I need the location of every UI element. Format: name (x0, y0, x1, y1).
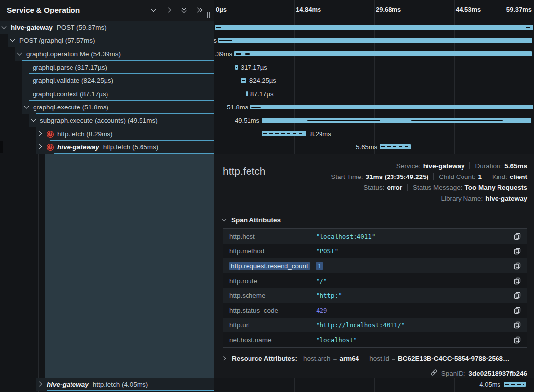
attribute-value: "POST" (316, 248, 506, 255)
span-bar[interactable] (262, 131, 306, 136)
span-bar[interactable] (218, 38, 532, 43)
link-icon[interactable] (430, 369, 438, 378)
span-attributes-header[interactable]: Span Attributes (223, 216, 527, 224)
meta-value: 5.65ms (504, 162, 527, 170)
expand-one-icon[interactable] (165, 6, 173, 14)
span-bar[interactable] (235, 65, 238, 70)
axis-tick: 44.53ms (456, 6, 481, 13)
copy-icon[interactable] (506, 248, 527, 255)
tree-row[interactable]: graphql.operation Me (54.39ms) (15, 47, 214, 61)
chevron-down-icon (223, 218, 227, 222)
left-edge-notch (0, 141, 3, 153)
tree-row-service: hive-gateway (11, 24, 53, 31)
chevron-right-icon[interactable] (38, 132, 43, 136)
collapse-one-icon[interactable] (150, 6, 158, 14)
chevron-down-icon[interactable] (11, 38, 15, 43)
attribute-row: http.url "http://localhost:4011/" (223, 318, 527, 332)
attribute-value: 1 (316, 262, 506, 270)
tree-row[interactable]: subgraph.execute (accounts) (49.51ms) (29, 114, 214, 127)
attribute-key: http.method (223, 248, 316, 255)
attribute-row: http.request.resend_count 1 (223, 258, 527, 273)
meta-label: Duration: (475, 162, 502, 170)
tree-row[interactable]: hive-gateway POST (59.37ms) (0, 21, 214, 34)
span-bar[interactable] (241, 78, 246, 83)
tree-row-label: http.fetch (8.29ms) (57, 130, 113, 138)
chevron-down-icon[interactable] (2, 25, 7, 30)
tree-row-label: graphql.operation Me (54.39ms) (26, 50, 121, 58)
copy-icon[interactable] (506, 321, 527, 329)
bar-duration: 87.17µs (250, 87, 274, 101)
copy-icon[interactable] (506, 233, 527, 240)
tree-header: Service & Operation (0, 0, 214, 21)
bar-mark (236, 67, 237, 68)
tree-row[interactable]: POST /graphql (57.57ms) (8, 34, 214, 47)
span-bar[interactable] (215, 25, 533, 30)
chevron-down-icon[interactable] (32, 118, 36, 123)
resource-attributes-header[interactable]: Resource Attributes: host.arch = arm64 h… (223, 355, 527, 362)
attribute-row: http.scheme "http:" (223, 288, 527, 303)
attribute-row: http.status_code 429 (223, 303, 527, 318)
chevron-down-icon[interactable] (25, 105, 29, 109)
copy-icon[interactable] (506, 336, 527, 344)
chevron-right-icon[interactable] (38, 145, 43, 149)
copy-icon[interactable] (506, 262, 527, 270)
attribute-key: net.host.name (223, 336, 316, 344)
meta-divider (469, 162, 470, 169)
tree-row-label: graphql.validate (824.25µs) (33, 77, 113, 84)
bar-duration: 5.65ms (348, 141, 377, 154)
tree-row[interactable]: graphql.execute (51.8ms) (22, 101, 214, 114)
meta-value: 1 (478, 173, 482, 180)
tree-row[interactable]: graphql.context (87.17µs) (22, 87, 214, 101)
bar-mark (216, 27, 221, 28)
tree-row[interactable]: hive-gateway http.fetch (5.65ms) (36, 141, 214, 154)
attribute-value: 429 (316, 307, 506, 314)
tree-row[interactable]: hive-gateway http.fetch (4.05ms) (36, 378, 214, 391)
resource-attributes-title: Resource Attributes: (232, 355, 297, 362)
bar-duration: 57.57ms (214, 34, 217, 47)
span-bar[interactable] (504, 382, 526, 387)
span-bar[interactable] (380, 144, 411, 149)
copy-icon[interactable] (506, 277, 527, 285)
meta-value: hive-gateway (485, 195, 527, 202)
attribute-key: http.host (223, 233, 316, 240)
tree-row[interactable]: http.fetch (8.29ms) (36, 127, 214, 141)
tree-row-label: graphql.parse (317.17µs) (33, 64, 107, 71)
tree-row-label: http.fetch (4.05ms) (93, 381, 148, 388)
span-id-label: SpanID: (441, 370, 465, 377)
span-bar[interactable] (246, 91, 248, 96)
tree-row[interactable]: graphql.validate (824.25µs) (22, 74, 214, 87)
attribute-value: "localhost" (316, 336, 506, 344)
chevron-down-icon[interactable] (18, 52, 22, 56)
panel-title: Service & Operation (7, 0, 80, 21)
span-title: http.fetch (223, 160, 265, 204)
span-bar[interactable] (250, 105, 533, 109)
span-bar[interactable] (234, 51, 532, 56)
meta-value: client (510, 173, 527, 180)
bar-mark (219, 40, 232, 41)
expand-all-icon[interactable] (196, 6, 204, 14)
copy-icon[interactable] (506, 292, 527, 299)
resource-key: host.arch (303, 355, 331, 362)
span-id-row: SpanID: 3de02518937fb246 (223, 369, 527, 378)
attribute-key: http.url (223, 321, 316, 329)
meta-label: Library Name: (441, 195, 483, 202)
collapse-all-icon[interactable] (180, 6, 188, 14)
meta-divider (407, 184, 408, 191)
axis-tick: 0µs (216, 6, 227, 13)
tree-row[interactable]: graphql.parse (317.17µs) (22, 61, 214, 74)
panel-resize-handle[interactable] (207, 12, 210, 18)
meta-label: Start Time: (331, 173, 363, 180)
meta-value: hive-gateway (423, 162, 465, 170)
attribute-key: http.scheme (223, 292, 316, 299)
tree-row-service: hive-gateway (57, 143, 99, 151)
bar-duration: 317.17µs (241, 61, 267, 74)
span-detail-panel: http.fetch Service:hive-gateway Duration… (214, 154, 534, 378)
span-bar[interactable] (262, 118, 531, 123)
tree-row-label: graphql.execute (51.8ms) (33, 104, 108, 111)
error-icon (47, 131, 54, 138)
span-id-value: 3de02518937fb246 (468, 370, 527, 377)
bar-mark (307, 120, 380, 121)
axis-tick: 59.37ms (506, 6, 532, 13)
copy-icon[interactable] (506, 307, 527, 314)
chevron-right-icon[interactable] (38, 382, 43, 387)
